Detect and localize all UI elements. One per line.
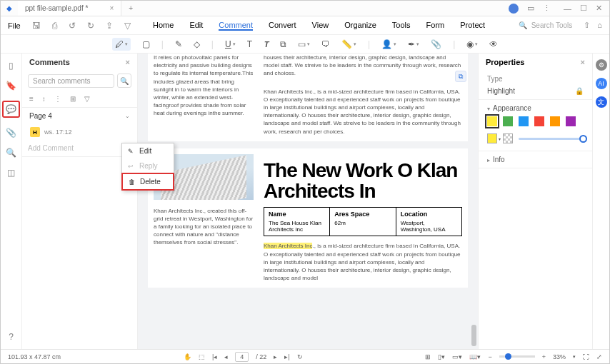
search-rail-icon[interactable]: 🔍 bbox=[6, 148, 16, 158]
message-icon[interactable]: ▭ bbox=[527, 4, 534, 13]
comment-item[interactable]: H ws. 17:12 bbox=[22, 124, 137, 140]
menu-view[interactable]: View bbox=[312, 21, 329, 31]
hide-comments-tool[interactable]: ◉▾ bbox=[466, 39, 478, 49]
bookmark-icon[interactable]: ▽ bbox=[124, 21, 131, 31]
signature-tool[interactable]: ✒▾ bbox=[408, 39, 419, 49]
search-tools-input[interactable]: Search Tools bbox=[531, 21, 573, 29]
zoom-knob[interactable] bbox=[505, 353, 511, 360]
continuous-icon[interactable]: ▭▾ bbox=[452, 353, 462, 360]
callout-tool[interactable]: ⧉ bbox=[280, 39, 286, 49]
show-comments-tool[interactable]: 👁 bbox=[489, 39, 498, 49]
help-icon[interactable]: ? bbox=[9, 332, 14, 342]
filter-a-icon[interactable]: ⊞ bbox=[70, 95, 76, 103]
menu-form[interactable]: Form bbox=[426, 21, 445, 31]
first-page-icon[interactable]: |◂ bbox=[212, 353, 217, 360]
filter-b-icon[interactable]: ▽ bbox=[84, 95, 90, 103]
highlight-annotation[interactable]: Khan Architects Inc bbox=[264, 243, 312, 249]
shape-tool[interactable]: ▭▾ bbox=[298, 39, 310, 49]
color-swatch-green[interactable] bbox=[503, 116, 513, 126]
single-page-icon[interactable]: ▯▾ bbox=[438, 353, 445, 360]
user-avatar[interactable] bbox=[509, 4, 519, 14]
close-window-button[interactable]: ✕ bbox=[596, 4, 602, 13]
add-comment-input[interactable]: Add Comment bbox=[22, 140, 137, 157]
ai-icon[interactable]: AI bbox=[596, 78, 607, 89]
next-page-icon[interactable]: ▸ bbox=[274, 353, 277, 360]
fit-width-icon[interactable]: ⛶ bbox=[583, 353, 589, 360]
close-properties-icon[interactable]: × bbox=[581, 58, 585, 66]
home-icon[interactable]: ⌂ bbox=[597, 21, 602, 30]
bookmarks-rail-icon[interactable]: 🔖 bbox=[6, 81, 16, 91]
text-tool[interactable]: T bbox=[247, 39, 252, 49]
zoom-slider[interactable] bbox=[499, 355, 535, 358]
menu-tools[interactable]: Tools bbox=[392, 21, 411, 31]
menu-edit[interactable]: Edit bbox=[189, 21, 203, 31]
new-tab-button[interactable]: + bbox=[121, 4, 140, 12]
save-icon[interactable]: 🖫 bbox=[32, 21, 41, 31]
color-swatch-red[interactable] bbox=[534, 116, 544, 126]
expand-all-icon[interactable]: ≡ bbox=[29, 95, 34, 103]
options-icon[interactable]: ⋮ bbox=[54, 95, 61, 103]
document-tab[interactable]: ppt file-sample.pdf * × bbox=[18, 1, 121, 16]
menu-organize[interactable]: Organize bbox=[344, 21, 376, 31]
opacity-pattern-icon[interactable] bbox=[503, 133, 513, 143]
minimize-button[interactable]: — bbox=[564, 4, 571, 13]
tab-close-icon[interactable]: × bbox=[109, 4, 114, 12]
fill-color-picker[interactable]: ▾ bbox=[487, 133, 497, 143]
document-viewport[interactable]: It relies on photovoltaic panels for ele… bbox=[138, 54, 478, 349]
zoom-in-icon[interactable]: + bbox=[542, 353, 546, 360]
sort-icon[interactable]: ↕ bbox=[42, 95, 46, 103]
scrollbar-thumb[interactable] bbox=[471, 325, 476, 346]
search-comments-button[interactable]: 🔍 bbox=[117, 74, 131, 88]
attachments-rail-icon[interactable]: 📎 bbox=[6, 128, 16, 138]
maximize-button[interactable]: ☐ bbox=[580, 4, 587, 13]
vertical-scrollbar[interactable] bbox=[471, 54, 476, 349]
redo-icon[interactable]: ↻ bbox=[87, 21, 94, 31]
menu-dots-icon[interactable]: ⋮ bbox=[543, 4, 551, 13]
rotate-icon[interactable]: ↻ bbox=[297, 353, 303, 360]
pencil-tool[interactable]: ✎ bbox=[175, 39, 182, 49]
menu-convert[interactable]: Convert bbox=[269, 21, 296, 31]
upload-icon[interactable]: ⇪ bbox=[106, 21, 113, 31]
reading-mode-icon[interactable]: 📖▾ bbox=[469, 353, 481, 360]
page-input[interactable]: 4 bbox=[235, 352, 249, 362]
textbox-tool[interactable]: 𝙏 bbox=[264, 39, 269, 49]
lock-icon[interactable]: 🔒 bbox=[575, 87, 584, 95]
prev-page-icon[interactable]: ◂ bbox=[224, 353, 228, 360]
menu-home[interactable]: Home bbox=[153, 21, 174, 31]
page-section-header[interactable]: Page 4 ⌄ bbox=[22, 107, 137, 124]
comments-rail-icon[interactable]: 💬 bbox=[2, 101, 20, 118]
translate-icon[interactable]: 文 bbox=[596, 96, 607, 108]
note-tool[interactable]: 🗨 bbox=[321, 39, 330, 49]
undo-icon[interactable]: ↺ bbox=[69, 21, 76, 31]
color-swatch-blue[interactable] bbox=[519, 116, 529, 126]
eraser-tool[interactable]: ◇ bbox=[194, 39, 200, 49]
chevron-down-icon[interactable]: ▾ bbox=[487, 106, 490, 112]
opacity-slider[interactable] bbox=[519, 138, 584, 140]
last-page-icon[interactable]: ▸| bbox=[284, 353, 289, 360]
zoom-out-icon[interactable]: − bbox=[488, 353, 491, 360]
fullscreen-icon[interactable]: ⤢ bbox=[596, 353, 602, 360]
highlighter-tool[interactable]: 🖊▾ bbox=[112, 38, 131, 51]
close-panel-icon[interactable]: × bbox=[126, 58, 130, 66]
copy-badge-icon[interactable]: ⧉ bbox=[455, 71, 466, 82]
chevron-right-icon[interactable]: ▸ bbox=[487, 157, 490, 163]
color-swatch-orange[interactable] bbox=[550, 116, 560, 126]
underline-tool[interactable]: U▾ bbox=[225, 39, 236, 49]
hand-tool-icon[interactable]: ✋ bbox=[184, 353, 191, 360]
zoom-value[interactable]: 33% bbox=[553, 353, 566, 360]
menu-comment[interactable]: Comment bbox=[219, 21, 253, 31]
measure-tool[interactable]: 📏▾ bbox=[341, 39, 356, 49]
ctx-edit[interactable]: ✎ Edit bbox=[122, 143, 174, 158]
color-swatch-purple[interactable] bbox=[566, 116, 576, 126]
share-icon[interactable]: ⇧ bbox=[584, 21, 590, 30]
menu-protect[interactable]: Protect bbox=[460, 21, 485, 31]
attachment-tool[interactable]: 📎 bbox=[431, 39, 441, 49]
layers-rail-icon[interactable]: ◫ bbox=[7, 168, 15, 178]
search-comments-input[interactable]: Search comments bbox=[28, 74, 114, 88]
file-menu[interactable]: File bbox=[8, 21, 21, 30]
ctx-delete[interactable]: 🗑 Delete bbox=[121, 173, 174, 191]
select-tool-icon[interactable]: ⬚ bbox=[199, 353, 205, 360]
thumbnails-icon[interactable]: ▯ bbox=[9, 61, 14, 71]
fit-page-icon[interactable]: ⊞ bbox=[425, 353, 431, 360]
print-icon[interactable]: ⎙ bbox=[52, 21, 57, 31]
